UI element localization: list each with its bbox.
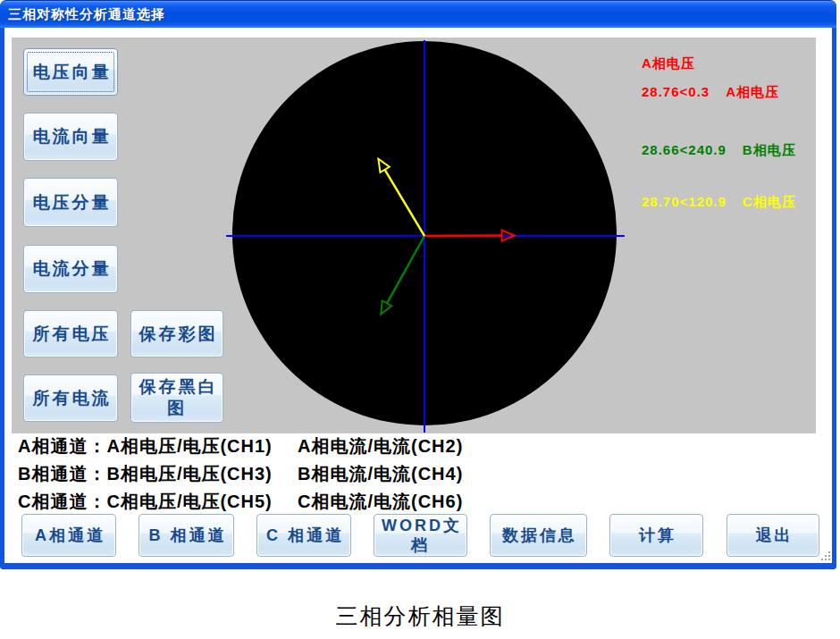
phasor-value-b: 28.66<240.9 (642, 142, 727, 157)
channel-c-button[interactable]: C 相通道 (256, 514, 351, 557)
channel-a-voltage-map: A相通道：A相电压/电压(CH1) (18, 433, 298, 459)
channel-a-button[interactable]: A相通道 (21, 514, 116, 557)
phasor-reading-b: 28.66<240.9B相电压 (642, 142, 796, 159)
phasor-value-c: 28.70<120.9 (642, 194, 727, 209)
phasor-name-b: B相电压 (743, 142, 796, 157)
resize-grip[interactable] (828, 551, 830, 553)
figure-caption: 三相分析相量图 (0, 601, 840, 631)
window-title: 三相对称性分析通道选择 (8, 6, 165, 23)
channel-c-current-map: C相电流/电流(CH6) (298, 492, 463, 511)
phasor-diagram (214, 38, 634, 436)
all-voltage-button[interactable]: 所有电压 (23, 310, 118, 357)
channel-c-voltage-map: C相通道：C相电压/电压(CH5) (18, 488, 298, 515)
word-document-button[interactable]: WORD文档 (374, 514, 467, 557)
current-vector-button[interactable]: 电流向量 (23, 113, 118, 161)
channel-b-voltage-map: B相通道：B相电压/电压(CH3) (18, 460, 298, 487)
phasor-reading-c: 28.70<120.9C相电压 (642, 194, 796, 211)
exit-button[interactable]: 退出 (727, 514, 819, 557)
phasor-name-a: A相电压 (726, 84, 779, 99)
title-bar[interactable]: 三相对称性分析通道选择 (0, 0, 836, 28)
channel-info-row-a: A相通道：A相电压/电压(CH1)A相电流/电流(CH2) (18, 433, 804, 459)
all-current-button[interactable]: 所有电流 (23, 374, 118, 422)
save-color-image-button[interactable]: 保存彩图 (130, 310, 223, 357)
voltage-component-button[interactable]: 电压分量 (23, 178, 118, 227)
phasor-reading-a: 28.76<0.3A相电压 (642, 84, 779, 101)
data-info-button[interactable]: 数据信息 (490, 514, 587, 557)
selected-channel-label: A相电压 (642, 55, 695, 72)
phasor-value-a: 28.76<0.3 (642, 84, 710, 99)
channel-info-row-b: B相通道：B相电压/电压(CH3)B相电流/电流(CH4) (18, 460, 804, 487)
voltage-vector-button[interactable]: 电压向量 (23, 48, 118, 96)
channel-b-current-map: B相电流/电流(CH4) (298, 464, 463, 483)
save-bw-image-button[interactable]: 保存黑白图 (130, 373, 223, 423)
current-component-button[interactable]: 电流分量 (23, 245, 118, 293)
screen: { "window": { "title": "三相对称性分析通道选择", "c… (0, 0, 840, 639)
calculate-button[interactable]: 计算 (609, 514, 703, 557)
channel-a-current-map: A相电流/电流(CH2) (298, 436, 463, 456)
channel-b-button[interactable]: B 相通道 (139, 514, 234, 557)
channel-info-row-c: C相通道：C相电压/电压(CH5)C相电流/电流(CH6) (18, 488, 804, 515)
phasor-name-c: C相电压 (743, 194, 796, 209)
